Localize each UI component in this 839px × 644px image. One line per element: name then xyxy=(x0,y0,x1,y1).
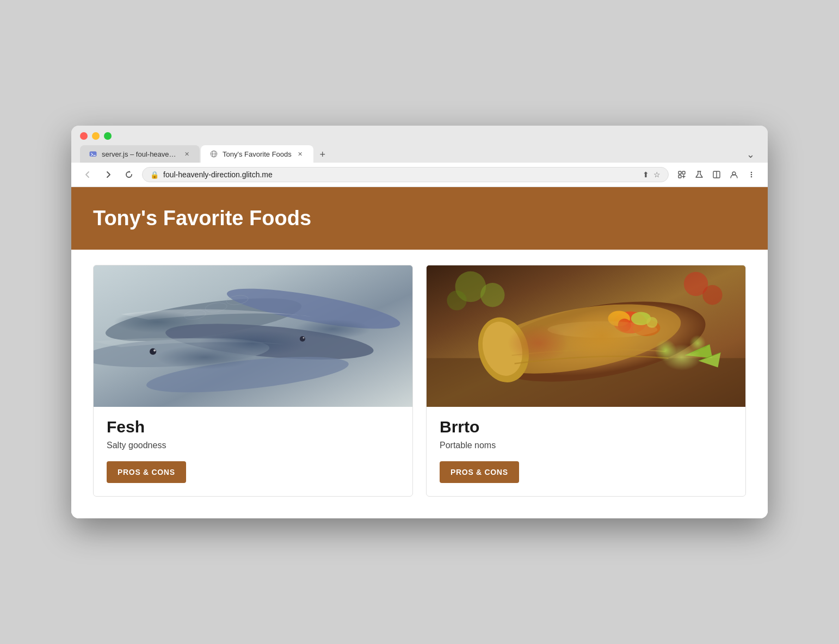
svg-point-38 xyxy=(633,320,661,336)
svg-point-37 xyxy=(614,312,647,333)
page-header: Tony's Favorite Foods xyxy=(71,187,768,250)
profile-button[interactable] xyxy=(726,167,742,182)
back-button[interactable] xyxy=(80,167,95,182)
svg-point-20 xyxy=(164,317,375,366)
svg-point-26 xyxy=(183,309,206,321)
svg-point-39 xyxy=(608,311,630,326)
svg-point-44 xyxy=(480,283,504,307)
svg-point-29 xyxy=(300,336,305,342)
card-body-brrto: Brrto Portable noms PROS & CONS xyxy=(427,407,745,496)
svg-point-48 xyxy=(547,321,657,338)
traffic-lights xyxy=(80,132,759,140)
title-bar: server.js – foul-heavenly-di... ✕ Tony's… xyxy=(71,126,768,163)
svg-point-15 xyxy=(751,172,752,174)
labs-button[interactable] xyxy=(692,167,707,182)
svg-point-28 xyxy=(153,349,156,351)
svg-rect-8 xyxy=(678,171,681,174)
address-bar[interactable]: 🔒 ⬆ ☆ xyxy=(142,167,669,182)
food-card-brrto: Brrto Portable noms PROS & CONS xyxy=(426,265,746,497)
svg-point-19 xyxy=(103,289,304,350)
close-button[interactable] xyxy=(80,132,88,140)
svg-point-47 xyxy=(702,285,722,305)
svg-rect-9 xyxy=(682,171,685,174)
svg-point-36 xyxy=(477,317,528,380)
lock-icon: 🔒 xyxy=(150,171,159,179)
svg-point-40 xyxy=(631,312,651,325)
food-name-brrto: Brrto xyxy=(440,418,732,436)
svg-point-45 xyxy=(447,290,466,310)
svg-point-17 xyxy=(751,176,752,178)
menu-button[interactable] xyxy=(744,167,759,182)
cards-grid: Fesh Salty goodness PROS & CONS xyxy=(71,250,768,518)
food-card-fesh: Fesh Salty goodness PROS & CONS xyxy=(93,265,413,497)
tab-foods-close[interactable]: ✕ xyxy=(296,150,305,158)
svg-point-43 xyxy=(455,271,486,302)
svg-rect-10 xyxy=(678,175,681,178)
food-name-fesh: Fesh xyxy=(107,418,399,436)
svg-point-24 xyxy=(226,294,249,306)
tab-foods[interactable]: Tony's Favorite Foods ✕ xyxy=(201,145,313,163)
svg-point-33 xyxy=(483,287,712,396)
pros-cons-button-fesh[interactable]: PROS & CONS xyxy=(107,461,186,483)
globe-icon xyxy=(209,150,218,158)
tabs-row: server.js – foul-heavenly-di... ✕ Tony's… xyxy=(80,145,759,163)
bookmark-icon[interactable]: ☆ xyxy=(653,170,661,179)
svg-point-23 xyxy=(145,350,350,399)
nav-bar: 🔒 ⬆ ☆ xyxy=(71,163,768,187)
svg-point-46 xyxy=(684,272,708,296)
new-tab-button[interactable]: + xyxy=(314,146,331,163)
svg-point-25 xyxy=(205,301,227,313)
reload-button[interactable] xyxy=(121,167,137,182)
page-title: Tony's Favorite Foods xyxy=(93,207,746,230)
svg-point-21 xyxy=(94,334,270,371)
share-icon[interactable]: ⬆ xyxy=(643,170,649,179)
svg-rect-18 xyxy=(94,265,412,407)
svg-rect-31 xyxy=(427,265,745,407)
fish-image xyxy=(94,265,412,407)
tab-server[interactable]: server.js – foul-heavenly-di... ✕ xyxy=(80,145,200,163)
svg-point-27 xyxy=(150,348,156,355)
code-icon xyxy=(89,150,97,158)
pros-cons-button-brrto[interactable]: PROS & CONS xyxy=(440,461,519,483)
nav-actions xyxy=(674,167,759,182)
svg-rect-32 xyxy=(427,358,745,407)
tabs-chevron[interactable]: ⌄ xyxy=(742,146,759,163)
card-body-fesh: Fesh Salty goodness PROS & CONS xyxy=(94,407,412,496)
maximize-button[interactable] xyxy=(104,132,112,140)
tab-foods-label: Tony's Favorite Foods xyxy=(223,150,292,158)
svg-point-22 xyxy=(225,281,403,337)
svg-marker-7 xyxy=(129,171,131,172)
split-button[interactable] xyxy=(709,167,724,182)
browser-window: server.js – foul-heavenly-di... ✕ Tony's… xyxy=(71,126,768,518)
svg-point-30 xyxy=(303,337,304,339)
minimize-button[interactable] xyxy=(92,132,100,140)
svg-point-35 xyxy=(471,312,536,388)
food-description-fesh: Salty goodness xyxy=(107,441,399,450)
food-description-brrto: Portable noms xyxy=(440,441,732,450)
svg-point-16 xyxy=(751,174,752,176)
extensions-button[interactable] xyxy=(674,167,689,182)
address-input[interactable] xyxy=(163,170,638,179)
forward-button[interactable] xyxy=(101,167,116,182)
tab-server-close[interactable]: ✕ xyxy=(182,150,191,158)
svg-point-41 xyxy=(618,319,631,332)
svg-point-42 xyxy=(646,317,657,328)
tab-server-label: server.js – foul-heavenly-di... xyxy=(102,150,178,158)
svg-point-34 xyxy=(475,292,686,386)
page-content: Tony's Favorite Foods xyxy=(71,187,768,518)
burrito-image xyxy=(427,265,745,407)
